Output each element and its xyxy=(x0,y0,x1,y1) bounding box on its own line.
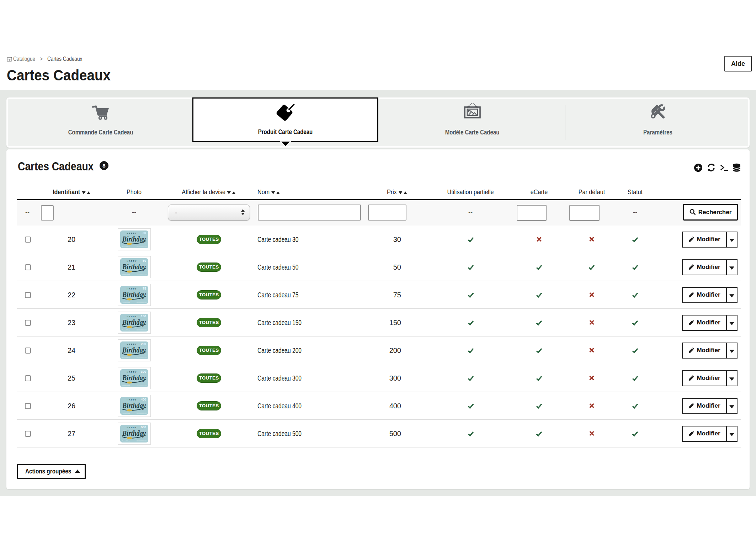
svg-text:HAPPY: HAPPY xyxy=(127,288,137,290)
svg-text:PrestaShop: PrestaShop xyxy=(122,246,130,248)
svg-text:50: 50 xyxy=(143,259,146,263)
svg-text:PrestaShop: PrestaShop xyxy=(122,357,130,359)
svg-text:PrestaShop: PrestaShop xyxy=(122,329,130,331)
svg-text:200: 200 xyxy=(141,342,146,346)
svg-text:PrestaShop: PrestaShop xyxy=(122,412,130,414)
svg-text:PrestaShop: PrestaShop xyxy=(122,440,130,442)
svg-text:PrestaShop: PrestaShop xyxy=(122,274,130,275)
svg-text:500: 500 xyxy=(141,425,146,429)
svg-text:75: 75 xyxy=(143,287,146,290)
svg-text:HAPPY: HAPPY xyxy=(127,232,137,234)
svg-text:150: 150 xyxy=(141,314,146,318)
svg-text:HAPPY: HAPPY xyxy=(127,316,137,318)
svg-text:XXXXXXXXXX: XXXXXXXXXX xyxy=(137,301,147,303)
svg-text:HAPPY: HAPPY xyxy=(127,260,137,262)
svg-text:XXXXXXXXXX: XXXXXXXXXX xyxy=(137,274,147,275)
svg-text:30: 30 xyxy=(143,231,146,235)
svg-text:XXXXXXXXXX: XXXXXXXXXX xyxy=(137,357,147,359)
svg-text:PrestaShop: PrestaShop xyxy=(122,385,130,386)
svg-text:400: 400 xyxy=(141,398,146,401)
svg-text:XXXXXXXXXX: XXXXXXXXXX xyxy=(137,412,147,414)
svg-text:300: 300 xyxy=(141,370,146,373)
svg-text:HAPPY: HAPPY xyxy=(127,343,137,345)
svg-text:PrestaShop: PrestaShop xyxy=(122,301,130,303)
svg-text:XXXXXXXXXX: XXXXXXXXXX xyxy=(137,246,147,248)
svg-text:XXXXXXXXXX: XXXXXXXXXX xyxy=(137,329,147,331)
svg-text:XXXXXXXXXX: XXXXXXXXXX xyxy=(137,385,147,386)
svg-text:HAPPY: HAPPY xyxy=(127,399,137,401)
svg-text:HAPPY: HAPPY xyxy=(127,371,137,373)
svg-text:XXXXXXXXXX: XXXXXXXXXX xyxy=(137,440,147,442)
svg-text:HAPPY: HAPPY xyxy=(127,426,137,429)
